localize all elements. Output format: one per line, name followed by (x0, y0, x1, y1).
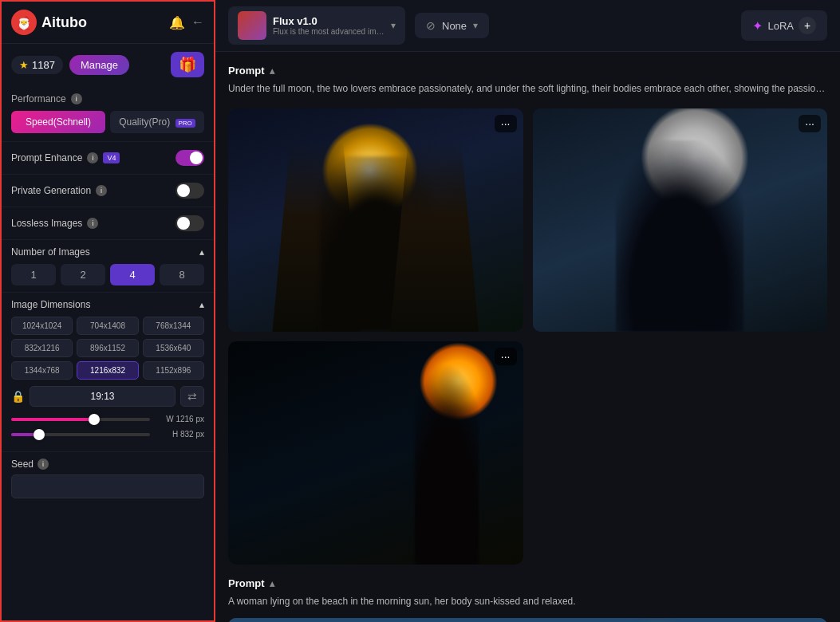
seed-info-icon[interactable]: i (37, 459, 49, 470)
num-images-header[interactable]: Number of Images ▴ (11, 246, 204, 258)
dim-1536x640[interactable]: 1536x640 (143, 339, 204, 357)
private-generation-label: Private Generation i (11, 185, 107, 196)
ratio-input[interactable] (30, 386, 175, 407)
bell-icon[interactable]: 🔔 (169, 15, 185, 30)
v4-badge: V4 (103, 152, 120, 163)
model-info: Flux v1.0 Flux is the most advanced imag… (273, 15, 385, 36)
filter-label: None (442, 20, 467, 32)
romantic-image-2 (533, 108, 828, 332)
lock-icon[interactable]: 🔒 (11, 390, 25, 403)
back-icon[interactable]: ← (191, 15, 204, 30)
seed-section: Seed i (2, 452, 214, 505)
prompt-section-2: Prompt ▴ A woman lying on the beach in t… (228, 577, 827, 608)
width-label: W 1216 px (156, 415, 204, 423)
app-logo: 🎅 (11, 10, 37, 35)
prompt-label-1: Prompt (228, 65, 265, 77)
lossless-info-icon[interactable]: i (87, 218, 98, 229)
height-label: H 832 px (156, 430, 204, 439)
prompt-enhance-label: Prompt Enhance i V4 (11, 152, 120, 163)
image-card-3: ··· (228, 341, 523, 565)
app-name: Aitubo (41, 14, 87, 31)
performance-options: Speed(Schnell) Quality(Pro) PRO (11, 111, 204, 133)
dim-896x1152[interactable]: 896x1152 (77, 339, 138, 357)
lossless-images-label: Lossless Images i (11, 218, 98, 229)
speed-button[interactable]: Speed(Schnell) (11, 111, 105, 133)
image-menu-2[interactable]: ··· (799, 115, 821, 132)
num-1-button[interactable]: 1 (11, 264, 56, 285)
top-bar: 🎅 Aitubo 🔔 ← (2, 2, 214, 44)
beach-image (228, 618, 827, 622)
prompt-section-1: Prompt ▴ Under the full moon, the two lo… (228, 65, 827, 96)
image-card-1: ··· (228, 108, 523, 332)
model-chevron-icon: ▾ (391, 20, 396, 31)
manage-button[interactable]: Manage (69, 55, 129, 75)
image-dimensions-section: Image Dimensions ▴ 1024x1024 704x1408 76… (2, 293, 214, 452)
prompt-chevron-1: ▴ (270, 65, 274, 77)
image-menu-3[interactable]: ··· (495, 348, 517, 365)
swap-button[interactable]: ⇄ (180, 386, 204, 407)
prompt-enhance-toggle[interactable] (175, 150, 204, 166)
quality-button[interactable]: Quality(Pro) PRO (110, 111, 204, 133)
model-thumbnail (238, 11, 266, 40)
credits-count: 1187 (32, 59, 55, 71)
private-generation-row: Private Generation i (2, 175, 214, 207)
width-slider-thumb[interactable] (89, 414, 100, 425)
filter-selector[interactable]: ⊘ None ▾ (415, 13, 489, 38)
image-menu-1[interactable]: ··· (495, 115, 517, 132)
performance-info-icon[interactable]: i (71, 93, 82, 104)
sidebar: 🎅 Aitubo 🔔 ← ★ 1187 Manage 🎁 Performance… (0, 0, 215, 622)
num-4-button[interactable]: 4 (110, 264, 155, 285)
dim-704x1408[interactable]: 704x1408 (77, 317, 138, 335)
model-name: Flux v1.0 (273, 15, 385, 27)
image-dimensions-header[interactable]: Image Dimensions ▴ (11, 299, 204, 310)
main-header: Flux v1.0 Flux is the most advanced imag… (215, 0, 840, 52)
prompt-text-1: Under the full moon, the two lovers embr… (228, 81, 827, 96)
dim-1344x768[interactable]: 1344x768 (11, 361, 73, 380)
sparkle-icon: ✦ (752, 18, 763, 33)
seed-label: Seed i (11, 459, 204, 470)
num-8-button[interactable]: 8 (160, 264, 204, 285)
lora-label: LoRA (767, 20, 794, 32)
logo-area: 🎅 Aitubo (11, 10, 163, 35)
filter-circle-icon: ⊘ (426, 19, 436, 32)
num-2-button[interactable]: 2 (61, 264, 105, 285)
dim-1216x832[interactable]: 1216x832 (77, 361, 138, 380)
performance-section: Performance i Speed(Schnell) Quality(Pro… (2, 85, 214, 142)
model-description: Flux is the most advanced image generati… (273, 27, 385, 36)
seed-input[interactable] (11, 474, 204, 498)
credits-row: ★ 1187 Manage 🎁 (2, 44, 214, 85)
width-slider[interactable] (11, 418, 150, 421)
height-slider-thumb[interactable] (34, 429, 45, 440)
prompt-header-1[interactable]: Prompt ▴ (228, 65, 827, 77)
romantic-image-3 (228, 341, 523, 565)
private-generation-toggle[interactable] (175, 183, 204, 199)
prompt-header-2[interactable]: Prompt ▴ (228, 577, 827, 589)
height-slider[interactable] (11, 433, 150, 436)
beach-image-card: ··· (228, 618, 827, 622)
prompt-enhance-info-icon[interactable]: i (87, 152, 98, 163)
gift-button[interactable]: 🎁 (171, 52, 204, 77)
credits-badge: ★ 1187 (11, 56, 63, 74)
filter-chevron-icon: ▾ (473, 20, 478, 31)
prompt-chevron-2: ▴ (270, 578, 274, 589)
private-gen-info-icon[interactable]: i (96, 185, 107, 196)
romantic-image-1 (228, 108, 523, 332)
width-slider-row: W 1216 px (11, 415, 204, 423)
model-selector[interactable]: Flux v1.0 Flux is the most advanced imag… (228, 6, 405, 45)
dim-1024x1024[interactable]: 1024x1024 (11, 317, 73, 335)
lossless-images-row: Lossless Images i (2, 207, 214, 240)
main-content: Flux v1.0 Flux is the most advanced imag… (215, 0, 840, 622)
dim-chevron: ▴ (199, 299, 204, 310)
dim-1152x896[interactable]: 1152x896 (143, 361, 204, 380)
dim-832x1216[interactable]: 832x1216 (11, 339, 73, 357)
lossless-images-toggle[interactable] (175, 215, 204, 231)
content-area: Prompt ▴ Under the full moon, the two lo… (215, 52, 840, 622)
image-grid-1: ··· ··· ··· (228, 108, 827, 565)
dim-768x1344[interactable]: 768x1344 (143, 317, 204, 335)
ratio-row: 🔒 ⇄ (11, 386, 204, 407)
star-icon: ★ (19, 59, 29, 71)
lora-button[interactable]: ✦ LoRA + (741, 10, 827, 41)
pro-badge: PRO (175, 119, 195, 128)
height-slider-row: H 832 px (11, 430, 204, 439)
lora-add-icon[interactable]: + (799, 17, 816, 34)
